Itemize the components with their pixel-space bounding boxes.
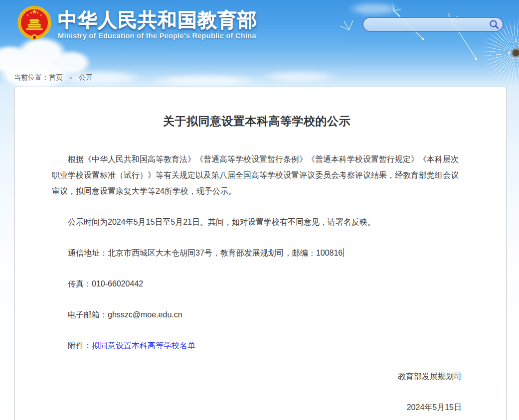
chevron-right-icon: ＞ (68, 74, 74, 81)
page-title: 关于拟同意设置本科高等学校的公示 (52, 114, 462, 129)
attachment-line: 附件：拟同意设置本科高等学校名单 (52, 338, 462, 354)
national-emblem-icon (15, 4, 54, 46)
breadcrumb-current-link[interactable]: 公开 (79, 73, 93, 81)
contact-address-line: 通信地址：北京市西城区大木仓胡同37号，教育部发展规划司，邮编：100816 (52, 245, 462, 261)
site-titles: 中华人民共和国教育部 Ministry of Education of the … (58, 4, 257, 40)
attachment-link[interactable]: 拟同意设置本科高等学校名单 (92, 341, 195, 350)
contact-email-line: 电子邮箱：ghsszc@moe.edu.cn (52, 307, 462, 323)
site-header: 中华人民共和国教育部 Ministry of Education of the … (0, 0, 519, 87)
signature: 教育部发展规划司 (52, 369, 462, 385)
paragraph-period: 公示时间为2024年5月15日至5月21日。其间，如对设置学校有不同意见，请署名… (52, 214, 462, 230)
contact-fax-line: 传真：010-66020442 (52, 276, 462, 292)
search-box[interactable] (362, 17, 504, 32)
site-title: 中华人民共和国教育部 (58, 9, 257, 31)
notice-article: 关于拟同意设置本科高等学校的公示 根据《中华人民共和国高等教育法》《普通高等学校… (14, 87, 507, 416)
content-panel: 关于拟同意设置本科高等学校的公示 根据《中华人民共和国高等教育法》《普通高等学校… (14, 87, 507, 420)
breadcrumb: 当前位置：首页＞公开 (14, 73, 93, 82)
cloud-decoration (339, 0, 409, 18)
search-icon[interactable] (489, 19, 500, 30)
paragraph-basis: 根据《中华人民共和国高等教育法》《普通高等学校设置暂行条例》《普通本科学校设置暂… (52, 151, 462, 199)
breadcrumb-label: 当前位置： (14, 73, 49, 81)
page: 中华人民共和国教育部 Ministry of Education of the … (0, 0, 519, 420)
attachment-label: 附件： (68, 341, 92, 350)
text-caret (343, 248, 344, 257)
site-logo[interactable]: 中华人民共和国教育部 Ministry of Education of the … (15, 4, 257, 46)
site-subtitle: Ministry of Education of the People's Re… (58, 32, 257, 40)
notice-date: 2024年5月15日 (52, 400, 462, 416)
contact-address-text: 通信地址：北京市西城区大木仓胡同37号，教育部发展规划司，邮编：100816 (68, 249, 343, 257)
breadcrumb-home-link[interactable]: 首页 (49, 73, 63, 81)
search-input[interactable] (369, 18, 489, 31)
